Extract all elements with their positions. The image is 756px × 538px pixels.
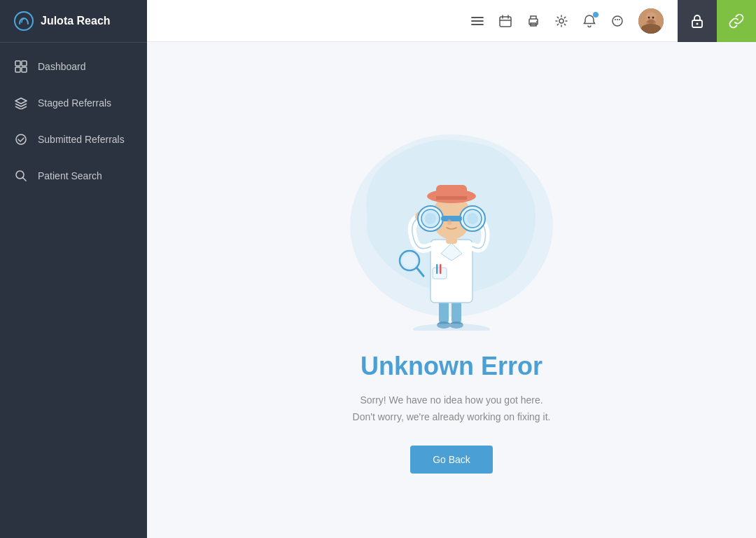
sidebar-nav: Dashboard Staged Referrals Submitted Re	[0, 43, 147, 200]
svg-point-20	[648, 20, 654, 24]
svg-rect-4	[22, 67, 27, 72]
sidebar-item-label-dashboard: Dashboard	[38, 61, 86, 72]
notifications-button[interactable]	[577, 8, 602, 34]
svg-point-44	[467, 213, 478, 224]
layers-icon	[14, 96, 28, 110]
svg-point-49	[402, 254, 416, 268]
error-title: Unknown Error	[360, 352, 542, 381]
avatar-image	[638, 8, 664, 34]
svg-rect-1	[15, 61, 20, 66]
svg-point-22	[696, 22, 699, 25]
svg-rect-7	[500, 17, 511, 27]
sidebar-item-patient-search[interactable]: Patient Search	[0, 158, 147, 194]
sidebar-item-staged-referrals[interactable]: Staged Referrals	[0, 85, 147, 121]
svg-point-15	[643, 27, 659, 34]
lock-button[interactable]	[678, 0, 717, 42]
settings-button[interactable]	[549, 8, 574, 34]
error-illustration	[332, 106, 570, 331]
topbar-action-buttons	[678, 0, 756, 42]
svg-point-11	[612, 16, 622, 26]
dashboard-icon	[14, 60, 28, 74]
messages-button[interactable]	[605, 8, 630, 34]
svg-point-0	[15, 12, 33, 30]
menu-icon	[470, 14, 484, 28]
error-container: Unknown Error Sorry! We have no idea how…	[318, 78, 584, 502]
svg-point-9	[536, 21, 538, 22]
link-button[interactable]	[717, 0, 756, 42]
svg-point-46	[447, 219, 451, 225]
svg-rect-30	[436, 264, 438, 274]
svg-point-50	[413, 324, 490, 331]
illustration-svg	[332, 106, 570, 331]
notification-dot	[593, 12, 598, 18]
link-icon	[729, 13, 744, 29]
svg-rect-38	[436, 196, 467, 200]
sidebar-item-label-patient-search: Patient Search	[38, 170, 102, 181]
svg-point-17	[655, 16, 658, 20]
avatar[interactable]	[638, 8, 664, 34]
svg-point-19	[652, 16, 654, 18]
svg-point-41	[425, 213, 436, 224]
sidebar: Julota Reach Dashboard	[0, 0, 147, 538]
sidebar-item-label-submitted: Submitted Referrals	[38, 134, 125, 145]
app-name: Julota Reach	[41, 15, 111, 27]
go-back-button[interactable]: Go Back	[410, 446, 493, 474]
svg-point-16	[644, 16, 647, 20]
svg-rect-2	[22, 61, 27, 66]
settings-icon	[554, 14, 568, 28]
svg-point-6	[16, 171, 24, 179]
sidebar-item-dashboard[interactable]: Dashboard	[0, 48, 147, 85]
topbar-icons	[147, 8, 678, 34]
topbar	[147, 0, 756, 42]
svg-point-5	[16, 134, 26, 144]
calendar-button[interactable]	[493, 8, 518, 34]
lock-icon	[690, 13, 705, 29]
svg-rect-3	[15, 67, 20, 72]
logo-icon	[14, 11, 34, 31]
menu-button[interactable]	[465, 8, 490, 34]
avatar-svg	[638, 8, 664, 34]
sidebar-item-label-staged: Staged Referrals	[38, 97, 111, 109]
svg-point-18	[648, 16, 650, 18]
svg-rect-45	[441, 216, 462, 221]
svg-rect-31	[440, 264, 442, 274]
print-button[interactable]	[521, 8, 546, 34]
calendar-icon	[498, 14, 512, 28]
content-area: Unknown Error Sorry! We have no idea how…	[147, 42, 756, 538]
main-wrapper: Unknown Error Sorry! We have no idea how…	[147, 0, 756, 538]
sidebar-item-submitted-referrals[interactable]: Submitted Referrals	[0, 121, 147, 158]
submitted-icon	[14, 132, 28, 146]
svg-point-10	[559, 19, 564, 23]
app-logo[interactable]: Julota Reach	[0, 0, 147, 42]
chat-icon	[610, 14, 624, 28]
print-icon	[526, 14, 540, 28]
search-icon	[14, 169, 28, 183]
error-subtitle: Sorry! We have no idea how you got here.…	[353, 392, 551, 426]
